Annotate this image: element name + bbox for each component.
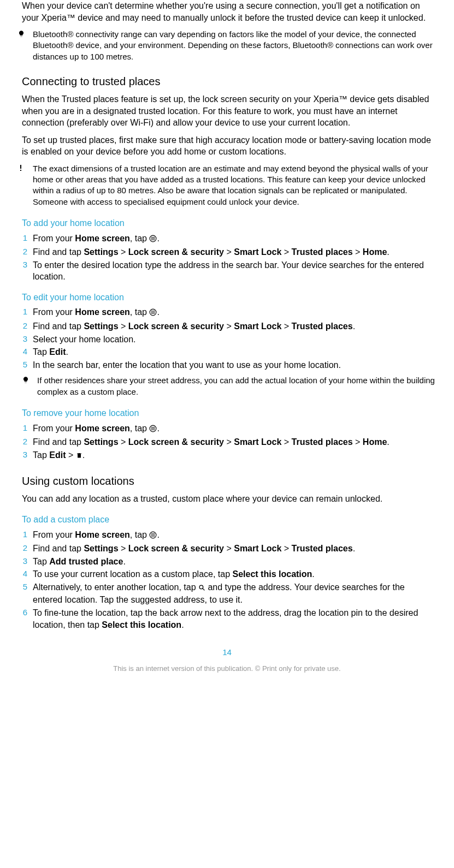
svg-point-16 — [154, 312, 155, 313]
footer-note: This is an internet version of this publ… — [17, 664, 437, 674]
steps-edit-home: From your Home screen, tap . Find and ta… — [17, 306, 437, 371]
svg-point-18 — [153, 313, 154, 314]
svg-point-19 — [154, 313, 155, 314]
trash-icon — [76, 450, 82, 462]
svg-point-23 — [154, 426, 155, 427]
heading-remove-home: To remove your home location — [22, 407, 437, 419]
svg-point-38 — [153, 536, 154, 537]
step: To use your current location as a custom… — [17, 568, 437, 580]
svg-point-28 — [153, 429, 154, 430]
svg-point-11 — [151, 311, 152, 312]
step: Find and tap Settings > Lock screen & se… — [17, 543, 437, 555]
bluetooth-note-text: Bluetooth® connectivity range can vary d… — [33, 29, 437, 62]
svg-point-7 — [151, 239, 152, 240]
step: To fine-tune the location, tap the back … — [17, 607, 437, 631]
apps-icon — [149, 307, 157, 319]
step: Tap Add trusted place. — [17, 556, 437, 568]
search-icon — [198, 582, 205, 594]
svg-point-6 — [154, 238, 155, 239]
svg-point-37 — [151, 536, 152, 537]
svg-point-36 — [154, 534, 155, 536]
heading-edit-home: To edit your home location — [22, 292, 437, 304]
svg-point-33 — [154, 533, 155, 534]
trusted-location-warning: The exact dimensions of a trusted locati… — [17, 163, 437, 207]
step: From your Home screen, tap . — [17, 423, 437, 436]
svg-point-9 — [154, 239, 155, 240]
svg-point-22 — [153, 426, 154, 427]
edit-home-tip: If other residences share your street ad… — [22, 375, 437, 397]
section-custom-locations: Using custom locations — [22, 474, 437, 489]
svg-point-35 — [153, 534, 154, 536]
page-number: 14 — [17, 647, 437, 658]
step: From your Home screen, tap . — [17, 529, 437, 542]
svg-point-14 — [151, 312, 152, 313]
steps-remove-home: From your Home screen, tap . Find and ta… — [17, 423, 437, 462]
steps-add-home: From your Home screen, tap . Find and ta… — [17, 233, 437, 283]
svg-point-3 — [154, 236, 155, 237]
steps-add-custom: From your Home screen, tap . Find and ta… — [17, 529, 437, 631]
apps-icon — [149, 234, 157, 246]
step: Tap Edit. — [17, 346, 437, 358]
step: Alternatively, to enter another location… — [17, 581, 437, 606]
step: In the search bar, enter the location th… — [17, 359, 437, 371]
section-connecting-trusted-places: Connecting to trusted places — [22, 74, 437, 89]
svg-point-1 — [151, 236, 152, 237]
trusted-location-warning-text: The exact dimensions of a trusted locati… — [33, 163, 437, 207]
bluetooth-note: Bluetooth® connectivity range can vary d… — [17, 29, 437, 62]
step: Tap Edit > . — [17, 449, 437, 462]
step: Select your home location. — [17, 334, 437, 346]
heading-add-home: To add your home location — [22, 217, 437, 229]
step: Find and tap Settings > Lock screen & se… — [17, 436, 437, 448]
intro-paragraph: When your device can't determine whether… — [22, 0, 437, 23]
tip-icon — [17, 29, 33, 38]
step: To enter the desired location type the a… — [17, 259, 437, 283]
svg-point-2 — [153, 236, 154, 237]
step: Find and tap Settings > Lock screen & se… — [17, 320, 437, 332]
apps-icon — [149, 424, 157, 436]
warning-icon — [17, 163, 33, 172]
svg-point-13 — [154, 311, 155, 312]
sec1-p1: When the Trusted places feature is set u… — [22, 93, 437, 129]
step: From your Home screen, tap . — [17, 306, 437, 319]
svg-point-39 — [154, 536, 155, 537]
svg-point-32 — [153, 533, 154, 534]
svg-point-26 — [154, 428, 155, 429]
svg-point-8 — [153, 239, 154, 240]
svg-point-24 — [151, 428, 152, 429]
tip-icon — [22, 375, 37, 384]
svg-point-17 — [151, 313, 152, 314]
heading-add-custom: To add a custom place — [22, 514, 437, 526]
svg-point-40 — [199, 585, 203, 589]
svg-point-27 — [151, 429, 152, 430]
svg-line-41 — [203, 588, 204, 590]
edit-home-tip-text: If other residences share your street ad… — [37, 375, 437, 397]
sec2-p1: You can add any location as a trusted, c… — [22, 493, 437, 505]
svg-point-31 — [151, 533, 152, 534]
svg-point-15 — [153, 312, 154, 313]
svg-point-12 — [153, 311, 154, 312]
svg-point-34 — [151, 534, 152, 536]
svg-point-4 — [151, 238, 152, 239]
sec1-p2: To set up trusted places, first make sur… — [22, 134, 437, 158]
step: From your Home screen, tap . — [17, 233, 437, 246]
svg-point-5 — [153, 238, 154, 239]
svg-point-29 — [154, 429, 155, 430]
apps-icon — [149, 530, 157, 542]
svg-point-21 — [151, 426, 152, 427]
svg-point-25 — [153, 428, 154, 429]
step: Find and tap Settings > Lock screen & se… — [17, 246, 437, 258]
